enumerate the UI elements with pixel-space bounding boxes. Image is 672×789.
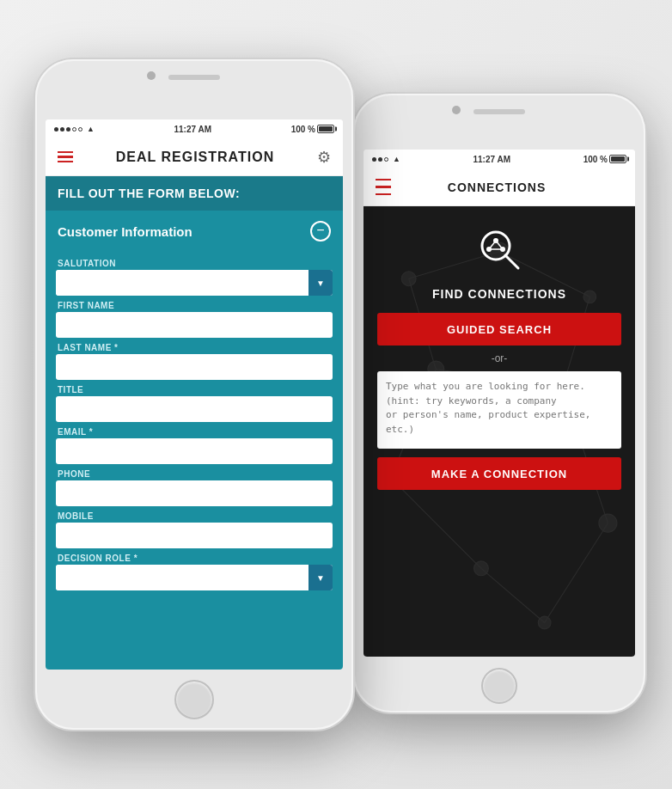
dot3 xyxy=(66,127,70,132)
conn-title: CONNECTIONS xyxy=(448,180,546,194)
search-network-svg xyxy=(473,223,525,275)
label-phone: PHONE xyxy=(56,469,333,479)
phone-screen-2: ▲ 11:27 AM 100 % xyxy=(363,150,635,657)
search-textarea[interactable] xyxy=(377,371,621,449)
svg-point-6 xyxy=(599,514,617,532)
section-header: Customer Information xyxy=(46,211,343,252)
dot2-1 xyxy=(372,157,376,162)
input-last-name[interactable] xyxy=(56,354,333,380)
label-salutation: SALUTATION xyxy=(56,259,333,268)
input-decision-role[interactable] xyxy=(56,565,309,590)
field-phone: PHONE xyxy=(56,469,333,506)
battery-text-2: 100 % xyxy=(583,155,608,164)
app-title-1: DEAL REGISTRATION xyxy=(116,150,274,165)
label-decision-role: DECISION ROLE * xyxy=(56,554,333,563)
salutation-dropdown-arrow[interactable]: ▼ xyxy=(309,270,333,296)
find-connections-title: FIND CONNECTIONS xyxy=(432,287,566,301)
home-button-2[interactable] xyxy=(481,668,517,704)
battery-fill-2 xyxy=(611,156,625,162)
phone-deal-registration: ▲ 11:27 AM 100 % xyxy=(35,59,353,730)
battery-text-1: 100 % xyxy=(291,125,315,134)
field-mobile: MOBILE xyxy=(56,511,333,548)
svg-point-2 xyxy=(583,291,596,303)
conn-menu-button[interactable] xyxy=(376,179,391,196)
phone-connections: ▲ 11:27 AM 100 % xyxy=(353,94,645,713)
svg-line-20 xyxy=(505,255,518,268)
or-divider-text: -or- xyxy=(492,352,508,364)
status-time-1: 11:27 AM xyxy=(174,125,212,134)
hamburger-line3 xyxy=(58,161,73,163)
dot4 xyxy=(72,127,76,132)
home-button-1[interactable] xyxy=(174,680,214,719)
signal-dots-2: ▲ xyxy=(372,155,400,163)
input-salutation[interactable] xyxy=(56,270,309,296)
dot1 xyxy=(54,127,58,132)
svg-line-24 xyxy=(489,241,496,249)
svg-line-16 xyxy=(391,478,481,568)
phones-container: ▲ 11:27 AM 100 % xyxy=(9,16,663,773)
label-mobile: MOBILE xyxy=(56,511,333,521)
input-title[interactable] xyxy=(56,396,333,422)
phone-speaker xyxy=(168,75,220,80)
battery-2: 100 % xyxy=(583,155,626,164)
battery-bar-2 xyxy=(609,155,626,163)
conn-hamburger-line3 xyxy=(376,193,391,196)
field-first-name: FIRST NAME xyxy=(56,301,333,338)
label-title: TITLE xyxy=(56,385,333,394)
battery-1: 100 % xyxy=(291,125,334,134)
menu-button[interactable] xyxy=(58,151,73,163)
field-email: EMAIL * xyxy=(56,427,333,464)
conn-body: FIND CONNECTIONS GUIDED SEARCH -or- MAKE… xyxy=(363,206,635,657)
label-first-name: FIRST NAME xyxy=(56,301,333,310)
section-title: Customer Information xyxy=(58,224,192,239)
input-phone[interactable] xyxy=(56,480,333,506)
hamburger-line1 xyxy=(58,151,73,154)
svg-line-17 xyxy=(545,523,608,623)
phone-speaker-2 xyxy=(473,109,525,114)
input-email[interactable] xyxy=(56,438,333,464)
dot2-2 xyxy=(378,157,382,162)
settings-icon[interactable]: ⚙ xyxy=(317,148,331,167)
form-area: FILL OUT THE FORM BELOW: Customer Inform… xyxy=(46,176,343,670)
label-last-name: LAST NAME * xyxy=(56,343,333,352)
phone-camera xyxy=(147,71,156,80)
svg-point-8 xyxy=(538,616,551,629)
decision-role-dropdown-arrow[interactable]: ▼ xyxy=(309,565,333,590)
status-bar-2: ▲ 11:27 AM 100 % xyxy=(363,150,635,168)
battery-fill-1 xyxy=(319,126,333,132)
app-header-1: DEAL REGISTRATION ⚙ xyxy=(46,138,343,176)
wifi-icon-2: ▲ xyxy=(393,155,400,163)
guided-search-button[interactable]: GUIDED SEARCH xyxy=(377,313,621,346)
status-time-2: 11:27 AM xyxy=(473,155,511,164)
make-connection-button[interactable]: MAKE A CONNECTION xyxy=(377,457,621,490)
field-last-name: LAST NAME * xyxy=(56,343,333,380)
form-banner: FILL OUT THE FORM BELOW: xyxy=(46,176,343,211)
phone-screen-1: ▲ 11:27 AM 100 % xyxy=(46,119,343,670)
input-decision-role-wrapper[interactable]: ▼ xyxy=(56,565,333,590)
form-fields: SALUTATION ▼ FIRST NAME xyxy=(46,252,343,597)
dot2-3 xyxy=(384,157,388,162)
conn-hamburger-line2 xyxy=(376,186,391,188)
dot5 xyxy=(78,127,82,132)
input-salutation-wrapper[interactable]: ▼ xyxy=(56,270,333,296)
field-title: TITLE xyxy=(56,385,333,422)
field-decision-role: DECISION ROLE * ▼ xyxy=(56,554,333,590)
conn-hamburger-line1 xyxy=(376,179,391,181)
find-connections-icon xyxy=(473,223,525,278)
wifi-icon: ▲ xyxy=(87,125,95,133)
conn-header: CONNECTIONS xyxy=(363,168,635,206)
svg-line-25 xyxy=(496,241,503,249)
battery-bar-1 xyxy=(317,125,334,133)
label-email: EMAIL * xyxy=(56,427,333,437)
input-mobile[interactable] xyxy=(56,523,333,548)
collapse-section-button[interactable] xyxy=(310,221,331,242)
signal-dots: ▲ xyxy=(54,125,95,133)
status-bar-1: ▲ 11:27 AM 100 % xyxy=(46,119,343,138)
dot2 xyxy=(60,127,64,132)
field-salutation: SALUTATION ▼ xyxy=(56,259,333,296)
phone-camera-2 xyxy=(452,106,461,114)
svg-line-18 xyxy=(481,568,545,622)
hamburger-line2 xyxy=(58,156,73,158)
input-first-name[interactable] xyxy=(56,312,333,338)
